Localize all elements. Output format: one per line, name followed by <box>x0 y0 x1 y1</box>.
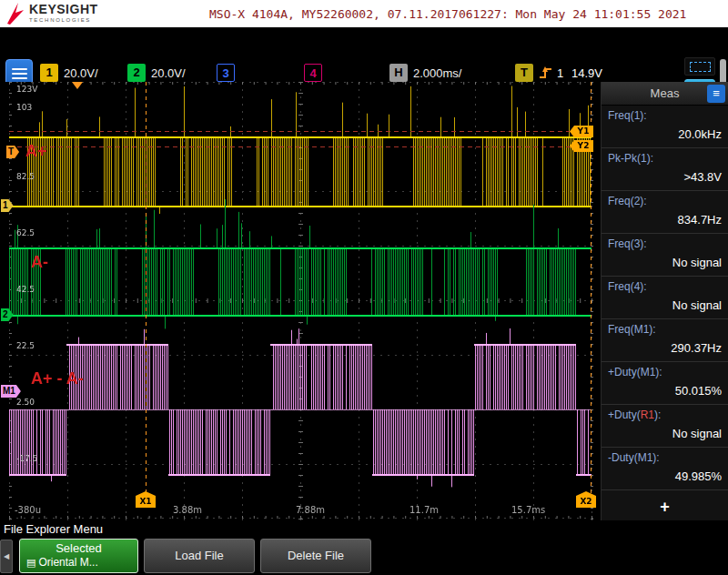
brand-logo: KEYSIGHT TECHNOLOGIES <box>29 3 98 23</box>
status-toolbar: 1 20.0V/ -34.5000V 2 20.0V/ 5.0000V 3 4 … <box>0 27 728 82</box>
meas-label: Freq(4): <box>608 280 722 293</box>
selected-file-button[interactable]: Selected ▤ Oriental M... <box>19 539 138 573</box>
meas-item-list: Freq(1):20.0kHzPk-Pk(1):>43.8VFreq(2):83… <box>602 106 728 490</box>
meas-label: -Duty(M1): <box>608 451 722 464</box>
meas-value: 20.0kHz <box>608 127 722 141</box>
meas-item[interactable]: Freq(3):No signal <box>602 234 728 277</box>
trigger-badge[interactable]: T <box>515 64 533 82</box>
channel-3-badge[interactable]: 3 <box>217 64 235 82</box>
meas-item[interactable]: Freq(2):834.7Hz <box>602 191 728 234</box>
meas-label: Freq(3): <box>608 237 722 250</box>
meas-value: >43.8V <box>608 170 722 184</box>
channel-1-scale: 20.0V/ <box>64 66 98 80</box>
meas-item[interactable]: Pk-Pk(1):>43.8V <box>602 148 728 191</box>
file-list-icon: ▤ <box>26 558 35 568</box>
meas-value: 50.015% <box>608 384 722 398</box>
trigger-level: 14.9V <box>571 66 602 80</box>
add-measurement-button[interactable]: + <box>602 498 728 517</box>
meas-value: No signal <box>608 427 722 440</box>
meas-label: +Duty(R1): <box>608 409 722 421</box>
zone-touch-button[interactable] <box>684 57 715 76</box>
selected-label: Selected <box>20 541 137 555</box>
back-button[interactable]: ◀ <box>0 540 13 573</box>
softkey-menu-title: File Explorer Menu <box>4 522 103 536</box>
meas-item[interactable]: -Duty(M1):49.985% <box>602 448 728 490</box>
meas-value: 290.37Hz <box>608 341 722 355</box>
keysight-spark-icon <box>5 2 25 25</box>
meas-panel-header[interactable]: Meas ≡ <box>602 82 728 106</box>
meas-label: Pk-Pk(1): <box>608 152 722 165</box>
meas-label: Freq(M1): <box>608 323 722 336</box>
meas-value: No signal <box>608 298 722 312</box>
annotation-a-diff: A+ - A- <box>31 369 84 388</box>
channel-4-badge[interactable]: 4 <box>304 64 322 82</box>
meas-label: +Duty(M1): <box>608 366 722 378</box>
selected-file-name: Oriental M... <box>38 556 97 569</box>
title-bar: KEYSIGHT TECHNOLOGIES MSO-X 4104A, MY522… <box>0 0 728 27</box>
trigger-slope-icon <box>539 66 553 80</box>
meas-item[interactable]: +Duty(R1):No signal <box>602 405 728 448</box>
delete-file-button[interactable]: Delete File <box>260 539 371 573</box>
dashed-rectangle-icon <box>690 62 711 72</box>
horizontal-badge[interactable]: H <box>389 64 408 82</box>
brand-name: KEYSIGHT <box>29 3 98 15</box>
annotation-a-plus: A+ <box>25 142 47 161</box>
meas-value: 834.7Hz <box>608 213 722 227</box>
meas-value: No signal <box>608 256 722 269</box>
meas-label: Freq(1): <box>608 109 722 122</box>
meas-item[interactable]: Freq(M1):290.37Hz <box>602 319 728 362</box>
meas-item[interactable]: Freq(1):20.0kHz <box>602 106 728 148</box>
waveform-canvas[interactable] <box>7 82 599 520</box>
timebase-scale: 2.000ms/ <box>413 66 461 80</box>
meas-panel: Meas ≡ Freq(1):20.0kHzPk-Pk(1):>43.8VFre… <box>601 82 728 520</box>
menu-icon <box>12 68 27 82</box>
channel-1-badge[interactable]: 1 <box>40 64 58 82</box>
softkey-bar: File Explorer Menu ◀ Selected ▤ Oriental… <box>0 520 728 575</box>
scope-display[interactable]: T 1 2 M1 A+ A- A+ - A- <box>0 82 601 520</box>
brand-subtitle: TECHNOLOGIES <box>29 17 98 23</box>
instrument-title: MSO-X 4104A, MY52260002, 07.11.201706122… <box>209 7 686 21</box>
meas-value: 49.985% <box>608 469 722 483</box>
channel-2-badge[interactable]: 2 <box>127 64 146 82</box>
meas-item[interactable]: +Duty(M1):50.015% <box>602 362 728 405</box>
channel-2-scale: 20.0V/ <box>151 66 186 80</box>
load-file-button[interactable]: Load File <box>144 539 255 573</box>
annotation-a-minus: A- <box>31 253 48 272</box>
meas-item[interactable]: Freq(4):No signal <box>602 277 728 319</box>
meas-menu-icon[interactable]: ≡ <box>707 85 725 103</box>
trigger-source: 1 <box>557 66 563 80</box>
meas-label: Freq(2): <box>608 195 722 207</box>
meas-panel-title: Meas <box>651 86 680 100</box>
